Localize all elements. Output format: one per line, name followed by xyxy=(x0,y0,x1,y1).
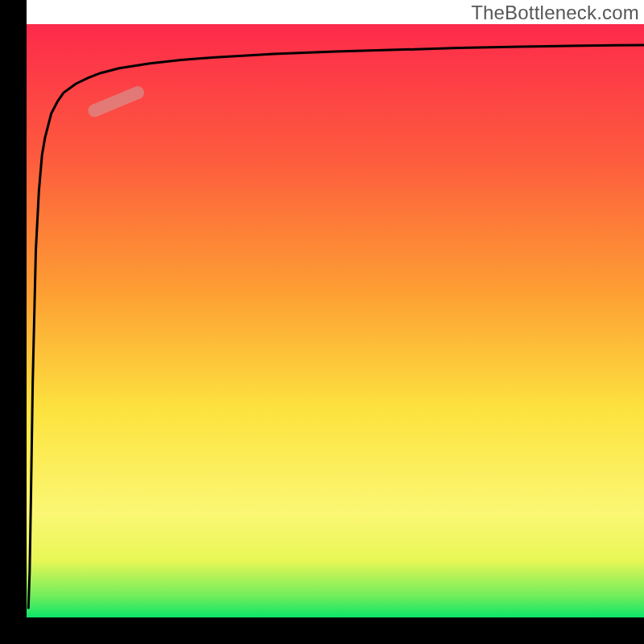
chart-canvas: TheBottleneck.com xyxy=(0,0,644,644)
frame-bottom xyxy=(0,617,644,644)
frame-left xyxy=(0,0,27,644)
gradient-background xyxy=(27,24,644,620)
watermark-text: TheBottleneck.com xyxy=(471,2,639,24)
chart-svg xyxy=(0,0,644,644)
